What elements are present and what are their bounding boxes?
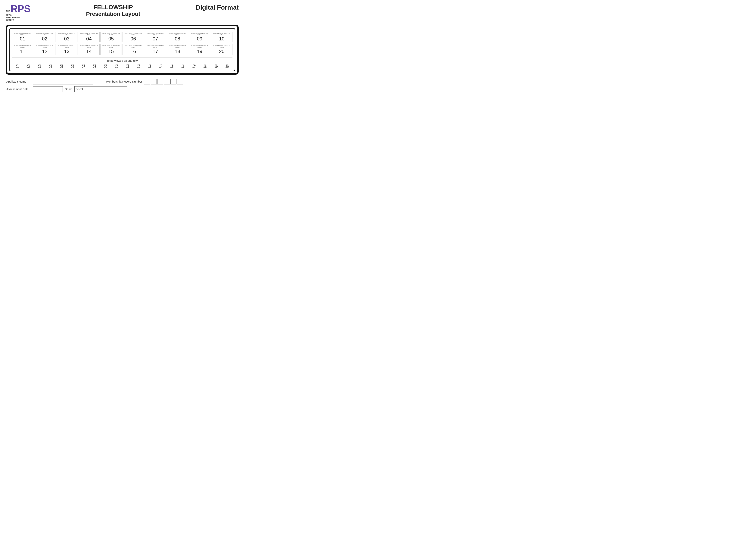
- single-cell-num: 05: [60, 65, 63, 69]
- applicant-name-label: Applicant Name: [6, 80, 31, 83]
- image-cell-row2-15[interactable]: CLICK HERE TO INSERT AN IMAGE 15: [100, 44, 122, 55]
- cell-number: 04: [86, 36, 92, 42]
- fellowship-title: FELLOWSHIP: [34, 4, 192, 11]
- single-cell-14: TITLE 14: [155, 64, 166, 69]
- logo-subtitle: ROYAL PHOTOGRAPHIC SOCIETY: [6, 14, 21, 21]
- single-cell-top: TITLE: [182, 64, 184, 65]
- logo-rps: THE RPS: [6, 4, 31, 14]
- image-cell-row2-16[interactable]: CLICK HERE TO INSERT AN IMAGE 16: [122, 44, 144, 55]
- single-cell-num: 04: [49, 65, 52, 69]
- membership-box-4[interactable]: [164, 79, 170, 84]
- presentation-board-outer: CLICK HERE TO INSERT AN IMAGE 01 CLICK H…: [6, 25, 239, 75]
- single-cell-top: TITLE: [160, 64, 162, 65]
- cell-top-text: CLICK HERE TO INSERT AN IMAGE: [57, 33, 77, 36]
- assessment-date-input[interactable]: [33, 86, 63, 92]
- single-cell-num: 09: [104, 65, 107, 69]
- single-cell-07: TITLE 07: [78, 64, 89, 69]
- membership-box-5[interactable]: [171, 79, 176, 84]
- single-row-grid: TITLE 01 TITLE 02 TITLE 03 TITLE 04 TITL…: [12, 64, 232, 69]
- single-cell-num: 11: [126, 65, 129, 69]
- membership-box-2[interactable]: [151, 79, 157, 84]
- image-cell-row2-17[interactable]: CLICK HERE TO INSERT AN IMAGE 17: [145, 44, 166, 55]
- image-cell-row1-09[interactable]: CLICK HERE TO INSERT AN IMAGE 09: [189, 32, 210, 42]
- form-area: Applicant Name Membership/Record Number …: [6, 79, 239, 92]
- image-cell-row1-04[interactable]: CLICK HERE TO INSERT AN IMAGE 04: [78, 32, 99, 42]
- image-cell-row1-03[interactable]: CLICK HERE TO INSERT AN IMAGE 03: [56, 32, 78, 42]
- image-cell-row2-20[interactable]: CLICK HERE TO INSERT AN IMAGE 20: [211, 44, 232, 55]
- cell-number: 17: [152, 49, 158, 54]
- single-cell-01: TITLE 01: [12, 64, 22, 69]
- cell-number: 12: [42, 49, 47, 54]
- single-cell-num: 10: [115, 65, 119, 69]
- single-cell-18: TITLE 18: [200, 64, 210, 69]
- single-cell-num: 03: [38, 65, 41, 69]
- single-cell-top: TITLE: [137, 64, 140, 65]
- cell-number: 11: [20, 49, 25, 54]
- cell-top-text: CLICK HERE TO INSERT AN IMAGE: [79, 33, 99, 36]
- cell-top-text: CLICK HERE TO INSERT AN IMAGE: [168, 45, 188, 48]
- image-cell-row1-10[interactable]: CLICK HERE TO INSERT AN IMAGE 10: [211, 32, 232, 42]
- cell-number: 07: [152, 36, 158, 42]
- cell-number: 03: [64, 36, 69, 42]
- membership-box-1[interactable]: [144, 79, 150, 84]
- image-cell-row2-18[interactable]: CLICK HERE TO INSERT AN IMAGE 18: [167, 44, 188, 55]
- image-cell-row2-19[interactable]: CLICK HERE TO INSERT AN IMAGE 19: [189, 44, 210, 55]
- single-cell-num: 02: [26, 65, 30, 69]
- single-cell-16: TITLE 16: [177, 64, 188, 69]
- genre-input[interactable]: [74, 86, 127, 92]
- single-cell-20: TITLE 20: [222, 64, 232, 69]
- image-cell-row1-02[interactable]: CLICK HERE TO INSERT AN IMAGE 02: [34, 32, 55, 42]
- image-cell-row2-12[interactable]: CLICK HERE TO INSERT AN IMAGE 12: [34, 44, 55, 55]
- applicant-name-input[interactable]: [33, 79, 93, 84]
- cell-top-text: CLICK HERE TO INSERT AN IMAGE: [123, 33, 143, 36]
- cell-top-text: CLICK HERE TO INSERT AN IMAGE: [35, 45, 55, 48]
- single-cell-num: 17: [192, 65, 196, 69]
- single-cell-num: 12: [137, 65, 140, 69]
- image-cell-row1-07[interactable]: CLICK HERE TO INSERT AN IMAGE 07: [145, 32, 166, 42]
- image-cell-row1-06[interactable]: CLICK HERE TO INSERT AN IMAGE 06: [122, 32, 144, 42]
- single-cell-top: TITLE: [71, 64, 74, 65]
- cell-number: 10: [219, 36, 225, 42]
- single-cell-10: TITLE 10: [111, 64, 122, 69]
- cell-number: 18: [175, 49, 180, 54]
- assessment-date-row: Assessment Date Genre: [6, 86, 238, 92]
- single-cell-top: TITLE: [104, 64, 107, 65]
- membership-box-6[interactable]: [177, 79, 183, 84]
- single-cell-top: TITLE: [49, 64, 52, 65]
- genre-label: Genre: [65, 87, 72, 91]
- single-cell-top: TITLE: [16, 64, 19, 65]
- presentation-board-inner: CLICK HERE TO INSERT AN IMAGE 01 CLICK H…: [9, 28, 235, 71]
- image-cell-row2-14[interactable]: CLICK HERE TO INSERT AN IMAGE 14: [78, 44, 99, 55]
- header-center: FELLOWSHIP Presentation Layout: [31, 4, 196, 17]
- single-cell-top: TITLE: [82, 64, 85, 65]
- image-cell-row1-01[interactable]: CLICK HERE TO INSERT AN IMAGE 01: [12, 32, 33, 42]
- image-cell-row1-05[interactable]: CLICK HERE TO INSERT AN IMAGE 05: [100, 32, 122, 42]
- single-cell-top: TITLE: [60, 64, 63, 65]
- cell-number: 02: [42, 36, 47, 42]
- cell-number: 14: [86, 49, 92, 54]
- cell-number: 06: [130, 36, 136, 42]
- single-cell-04: TITLE 04: [45, 64, 56, 69]
- cell-top-text: CLICK HERE TO INSERT AN IMAGE: [57, 45, 77, 48]
- assessment-date-label: Assessment Date: [6, 87, 31, 91]
- single-cell-num: 16: [181, 65, 184, 69]
- cell-top-text: CLICK HERE TO INSERT AN IMAGE: [212, 45, 232, 48]
- single-row-label: To be viewed as one row: [12, 59, 232, 62]
- single-cell-top: TITLE: [226, 64, 229, 65]
- single-cell-top: TITLE: [27, 64, 30, 65]
- single-cell-02: TITLE 02: [23, 64, 34, 69]
- cell-number: 01: [20, 36, 25, 42]
- cell-number: 16: [130, 49, 136, 54]
- image-cell-row1-08[interactable]: CLICK HERE TO INSERT AN IMAGE 08: [167, 32, 188, 42]
- logo-rps-text: RPS: [11, 4, 31, 14]
- single-cell-num: 20: [226, 65, 229, 69]
- membership-box-3[interactable]: [157, 79, 163, 84]
- image-cell-row2-11[interactable]: CLICK HERE TO INSERT AN IMAGE 11: [12, 44, 33, 55]
- image-grid-row2: CLICK HERE TO INSERT AN IMAGE 11 CLICK H…: [12, 44, 232, 55]
- single-cell-num: 13: [148, 65, 151, 69]
- single-cell-top: TITLE: [38, 64, 40, 65]
- header: THE RPS ROYAL PHOTOGRAPHIC SOCIETY FELLO…: [6, 4, 239, 21]
- single-cell-19: TITLE 19: [211, 64, 221, 69]
- image-cell-row2-13[interactable]: CLICK HERE TO INSERT AN IMAGE 13: [56, 44, 78, 55]
- single-cell-num: 01: [15, 65, 19, 69]
